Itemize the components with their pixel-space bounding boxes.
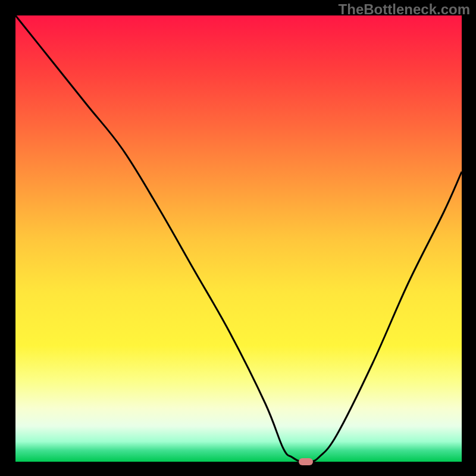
plot-area — [15, 15, 462, 462]
gradient-background — [15, 15, 462, 462]
chart-svg — [15, 15, 462, 462]
watermark-text: TheBottleneck.com — [339, 1, 470, 18]
bottleneck-chart: TheBottleneck.com — [0, 0, 476, 476]
optimal-point-marker — [299, 458, 313, 465]
